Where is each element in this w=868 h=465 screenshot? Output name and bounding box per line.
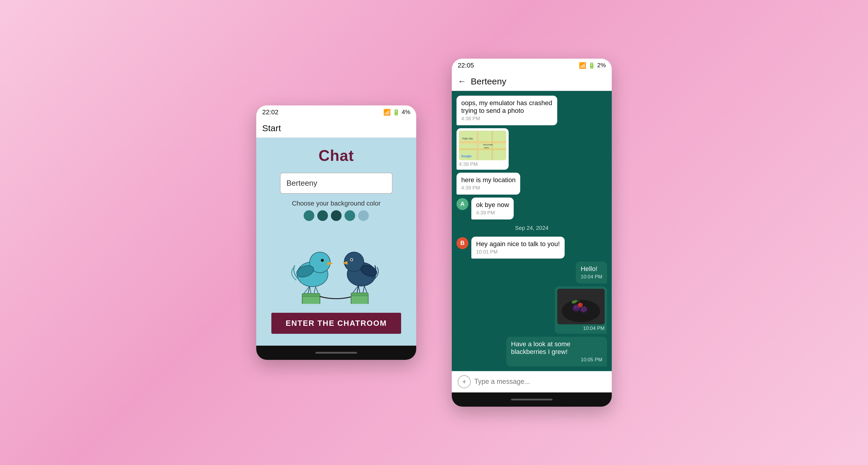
home-bar-1 [315, 352, 357, 354]
berry-image [557, 289, 604, 324]
svg-text:Mountain: Mountain [483, 143, 493, 146]
message-map-bubble: Google Palo Alto Mountain View 4:39 PM [457, 128, 509, 170]
home-bar-2 [511, 399, 553, 400]
color-dots [292, 210, 381, 221]
color-dot-1[interactable] [304, 210, 314, 221]
wifi-icon: 📶 [383, 109, 391, 116]
svg-rect-11 [302, 293, 320, 297]
message-time: 4:39 PM [476, 210, 509, 216]
color-section: Choose your background color [292, 199, 381, 221]
battery-percent-1: 4% [402, 109, 410, 116]
chat-partner-name: Berteeny [471, 76, 506, 87]
birds-svg [280, 230, 393, 304]
svg-point-44 [577, 306, 579, 308]
svg-point-3 [321, 259, 324, 262]
map-thumbnail: Google Palo Alto Mountain View [459, 131, 506, 160]
avatar-b: B [457, 237, 468, 249]
svg-point-52 [579, 303, 580, 305]
battery-percent-2: 2% [597, 62, 606, 69]
svg-text:Palo Alto: Palo Alto [462, 137, 473, 140]
add-attachment-button[interactable]: + [458, 375, 471, 388]
message-text: Hello! [581, 265, 602, 273]
message-row-b: B Hey again nice to talk to you! 10:01 P… [457, 237, 607, 258]
svg-line-22 [364, 286, 367, 293]
svg-rect-26 [459, 141, 506, 143]
message-time: 4:39 PM [461, 185, 516, 191]
phone-start: 22:02 📶 🔋 4% Start Chat Choose your back… [256, 105, 416, 360]
chat-app-bar: ← Berteeny [452, 72, 612, 91]
message-text: Have a look at some blackberries I grew! [511, 340, 602, 356]
chat-messages: oops, my emulator has crashed trying to … [452, 91, 612, 371]
svg-point-43 [575, 306, 576, 308]
color-dot-3[interactable] [331, 210, 342, 221]
sent-bubble: Have a look at some blackberries I grew!… [506, 337, 607, 366]
app-bar-start: Start [256, 119, 416, 138]
svg-point-51 [578, 303, 583, 307]
svg-rect-27 [459, 148, 506, 150]
message-time: 10:04 PM [581, 274, 602, 280]
message-time: 10:01 PM [476, 249, 560, 255]
color-label: Choose your background color [292, 199, 381, 207]
svg-point-50 [581, 309, 583, 311]
wifi-icon-2: 📶 [579, 62, 586, 69]
enter-chatroom-button[interactable]: ENTER THE CHATROOM [271, 313, 401, 334]
message-input-bar: + [452, 371, 612, 393]
username-input[interactable] [280, 173, 393, 194]
svg-point-16 [351, 259, 352, 261]
message-text: here is my location [461, 176, 516, 184]
color-dot-4[interactable] [344, 210, 355, 221]
message-time: 10:05 PM [511, 357, 602, 363]
sent-image-bubble: 10:04 PM [555, 286, 607, 334]
time-2: 22:05 [458, 62, 474, 69]
avatar-a: A [457, 198, 468, 210]
message-bubble: oops, my emulator has crashed trying to … [457, 96, 557, 125]
message-bubble: ok bye now 4:39 PM [471, 197, 514, 219]
map-image: Google Palo Alto Mountain View [459, 131, 506, 160]
status-bar-1: 22:02 📶 🔋 4% [256, 105, 416, 119]
phone-bottom-1 [256, 346, 416, 360]
berry-svg [557, 289, 604, 324]
message-row-a: A ok bye now 4:39 PM [457, 197, 607, 219]
battery-icon: 🔋 [393, 109, 400, 116]
svg-rect-24 [351, 293, 368, 296]
svg-text:Google: Google [461, 155, 472, 158]
message-time: 4:38 PM [461, 116, 553, 122]
color-dot-2[interactable] [317, 210, 328, 221]
bird-illustration [280, 227, 393, 304]
status-bar-2: 22:05 📶 🔋 2% [452, 59, 612, 72]
message-text: oops, my emulator has crashed trying to … [461, 99, 553, 115]
sent-bubble: Hello! 10:04 PM [576, 261, 607, 283]
message-bubble: Hey again nice to talk to you! 10:01 PM [471, 237, 565, 258]
message-text: ok bye now [476, 201, 509, 209]
start-content: Chat Choose your background color [256, 138, 416, 346]
svg-point-47 [584, 307, 586, 309]
message-time: 10:04 PM [557, 326, 604, 332]
date-separator: Sep 24, 2024 [457, 225, 607, 231]
status-icons-1: 📶 🔋 4% [383, 109, 410, 116]
message-bubble: here is my location 4:39 PM [457, 173, 520, 194]
svg-rect-28 [477, 131, 478, 160]
svg-line-9 [315, 287, 318, 294]
map-time: 4:39 PM [459, 161, 506, 167]
svg-line-21 [363, 286, 364, 293]
svg-line-8 [314, 287, 315, 294]
chat-title: Chat [318, 147, 354, 164]
phone-bottom-2 [452, 393, 612, 407]
color-dot-5[interactable] [358, 210, 369, 221]
svg-text:View: View [484, 146, 489, 149]
app-title: Start [262, 123, 281, 133]
battery-icon-2: 🔋 [588, 62, 595, 69]
back-button[interactable]: ← [458, 77, 466, 86]
message-text: Hey again nice to talk to you! [476, 240, 560, 248]
svg-point-48 [585, 309, 587, 311]
phone-chat: 22:05 📶 🔋 2% ← Berteeny oops, my emulato… [452, 59, 612, 407]
status-icons-2: 📶 🔋 2% [579, 62, 606, 69]
svg-line-20 [359, 285, 360, 293]
time-1: 22:02 [262, 108, 278, 116]
message-input[interactable] [474, 378, 606, 385]
svg-line-7 [310, 286, 311, 294]
map-svg: Google Palo Alto Mountain View [459, 131, 506, 160]
